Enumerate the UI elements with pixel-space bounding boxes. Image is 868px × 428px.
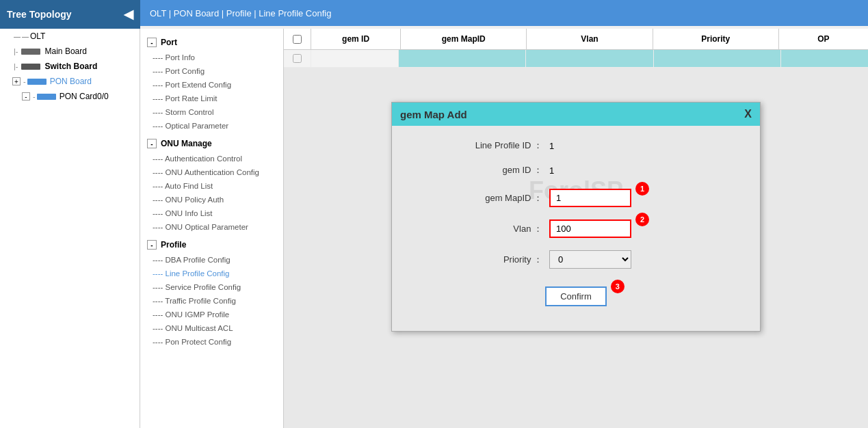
nav-section-port: - Port ---- Port Info ---- Port Config -… — [140, 34, 283, 133]
modal-close-button[interactable]: X — [744, 108, 752, 120]
nav-item-onu-policy-auth[interactable]: ---- ONU Policy Auth — [140, 193, 283, 206]
onu-manage-expand-icon[interactable]: - — [147, 139, 157, 148]
pon-board-label: PON Board — [50, 77, 92, 86]
nav-item-onu-auth-config[interactable]: ---- ONU Authentication Config — [140, 165, 283, 179]
nav-item-onu-multicast-acl[interactable]: ---- ONU Multicast ACL — [140, 321, 283, 335]
modal-row-priority: Priority ： 0 1 2 3 4 5 6 — [412, 250, 739, 269]
priority-label: Priority ： — [412, 254, 549, 266]
nav-item-dba-profile-config[interactable]: ---- DBA Profile Config — [140, 253, 283, 267]
tree-item-pon-card[interactable]: - - PON Card0/0 — [0, 89, 140, 104]
onu-manage-section-label: ONU Manage — [161, 139, 212, 148]
nav-item-optical-parameter[interactable]: ---- Optical Parameter — [140, 119, 283, 133]
modal-footer: Confirm 3 — [412, 281, 739, 317]
sidebar-header: Tree Topology ◀ — [0, 0, 140, 29]
nav-item-port-config[interactable]: ---- Port Config — [140, 64, 283, 78]
nav-item-port-rate-limit[interactable]: ---- Port Rate Limit — [140, 92, 283, 105]
nav-section-header-onu-manage[interactable]: - ONU Manage — [140, 135, 283, 152]
tree-item-switch-board[interactable]: |- Switch Board — [0, 59, 140, 74]
row-checkbox[interactable] — [293, 54, 302, 63]
th-vlan: Vlan — [527, 29, 653, 49]
step-2-badge: 2 — [635, 213, 649, 226]
vlan-input-wrapper: 2 — [549, 219, 631, 238]
pon-card-icon — [37, 94, 56, 100]
pon-expand-icon[interactable]: + — [12, 77, 21, 85]
right-content: gem ID gem MapID Vlan Priority OP ForolS… — [284, 29, 868, 428]
confirm-button[interactable]: Confirm — [545, 286, 607, 306]
nav-item-port-info[interactable]: ---- Port Info — [140, 51, 283, 64]
modal-row-gem-mapid: gem MapID ： 1 — [412, 189, 739, 207]
line-profile-id-value: 1 — [549, 141, 554, 151]
gem-id-value: 1 — [549, 165, 554, 176]
confirm-btn-wrapper: Confirm 3 — [545, 286, 607, 306]
nav-item-auto-find-list[interactable]: ---- Auto Find List — [140, 179, 283, 193]
step-3-badge: 3 — [611, 280, 624, 293]
port-section-label: Port — [161, 38, 177, 47]
sidebar-tree: — — OLT |- Main Board |- Switch Board + … — [0, 29, 140, 428]
modal-title: gem Map Add — [400, 109, 467, 120]
th-checkbox[interactable] — [284, 29, 311, 49]
pon-card-label: PON Card0/0 — [60, 92, 109, 101]
modal-title-bar: gem Map Add X — [392, 103, 760, 126]
line-profile-id-label: Line Profile ID ： — [412, 139, 549, 152]
gem-map-add-modal: gem Map Add X Line Profile ID ： 1 — [391, 102, 761, 332]
nav-section-profile: - Profile ---- DBA Profile Config ---- L… — [140, 237, 283, 349]
nav-item-service-profile-config[interactable]: ---- Service Profile Config — [140, 280, 283, 294]
nav-item-onu-optical-param[interactable]: ---- ONU Optical Parameter — [140, 220, 283, 234]
nav-section-header-profile[interactable]: - Profile — [140, 237, 283, 253]
modal-row-vlan: Vlan ： 2 — [412, 219, 739, 238]
left-nav: - Port ---- Port Info ---- Port Config -… — [140, 29, 284, 428]
th-priority: Priority — [653, 29, 779, 49]
port-expand-icon[interactable]: - — [147, 38, 157, 47]
nav-section-header-port[interactable]: - Port — [140, 34, 283, 51]
profile-expand-icon[interactable]: - — [147, 240, 157, 250]
table-row — [284, 50, 868, 68]
gem-mapid-input[interactable] — [549, 189, 631, 207]
gem-mapid-label: gem MapID ： — [412, 192, 549, 204]
modal-row-line-profile-id: Line Profile ID ： 1 — [412, 139, 739, 152]
nav-section-onu-manage: - ONU Manage ---- Authentication Control… — [140, 135, 283, 234]
th-gem-mapid: gem MapID — [401, 29, 527, 49]
modal-body: Line Profile ID ： 1 gem ID ： 1 — [392, 126, 760, 331]
sidebar-title: Tree Topology — [7, 9, 72, 20]
nav-item-traffic-profile-config[interactable]: ---- Traffic Profile Config — [140, 294, 283, 308]
tree-item-pon-board[interactable]: + - PON Board — [0, 74, 140, 89]
step-1-badge: 1 — [635, 182, 649, 196]
nav-item-auth-control[interactable]: ---- Authentication Control — [140, 152, 283, 165]
nav-item-onu-info-list[interactable]: ---- ONU Info List — [140, 206, 283, 220]
priority-select[interactable]: 0 1 2 3 4 5 6 7 — [549, 250, 631, 269]
sidebar-toggle[interactable]: ◀ — [124, 7, 133, 22]
breadcrumb: OLT | PON Board | Profile | Line Profile… — [140, 0, 868, 26]
th-gem-id: gem ID — [311, 29, 401, 49]
olt-label: OLT — [30, 31, 45, 41]
pon-board-icon — [27, 79, 47, 85]
tree-item-main-board[interactable]: |- Main Board — [0, 44, 140, 59]
modal-row-gem-id: gem ID ： 1 — [412, 164, 739, 176]
profile-section-label: Profile — [161, 240, 186, 250]
select-all-checkbox[interactable] — [293, 35, 302, 44]
nav-item-port-extend-config[interactable]: ---- Port Extend Config — [140, 78, 283, 92]
pon-card-expand-icon[interactable]: - — [22, 92, 30, 101]
vlan-label: Vlan ： — [412, 223, 549, 235]
nav-item-storm-control[interactable]: ---- Storm Control — [140, 105, 283, 119]
main-board-label: Main Board — [45, 46, 87, 56]
th-op: OP — [779, 29, 868, 49]
nav-item-pon-protect-config[interactable]: ---- Pon Protect Config — [140, 335, 283, 349]
nav-item-onu-igmp-profile[interactable]: ---- ONU IGMP Profile — [140, 308, 283, 321]
gem-mapid-input-wrapper: 1 — [549, 189, 631, 207]
table-header: gem ID gem MapID Vlan Priority OP — [284, 29, 868, 50]
nav-item-line-profile-config[interactable]: ---- Line Profile Config — [140, 267, 283, 280]
board-icon — [21, 49, 40, 55]
modal-container: gem Map Add X Line Profile ID ： 1 — [284, 68, 868, 332]
vlan-input[interactable] — [549, 219, 631, 238]
switch-board-icon — [21, 64, 40, 70]
gem-id-label: gem ID ： — [412, 164, 549, 176]
tree-item-olt[interactable]: — — OLT — [0, 29, 140, 44]
switch-board-label: Switch Board — [45, 62, 98, 71]
